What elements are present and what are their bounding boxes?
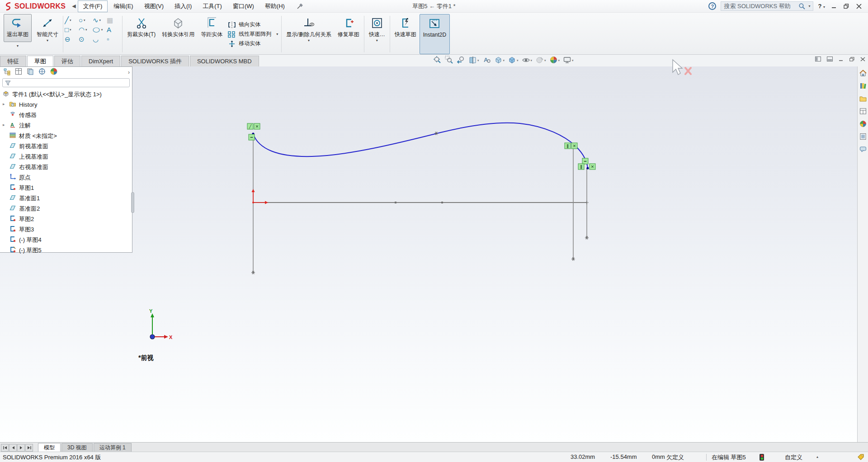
configuration-manager-tab[interactable] bbox=[26, 67, 34, 77]
ellipse-dropdown-icon[interactable]: ▾ bbox=[101, 26, 103, 33]
arc-dropdown-icon[interactable]: ▾ bbox=[85, 26, 87, 33]
pane-left-icon[interactable] bbox=[815, 57, 821, 61]
tree-item-材质未指定[interactable]: 材质 <未指定> bbox=[0, 131, 132, 141]
view-settings-button[interactable]: ▾ bbox=[562, 55, 575, 66]
menu-item-4[interactable]: 插入(I) bbox=[170, 1, 197, 12]
tree-item-原点[interactable]: 原点 bbox=[0, 172, 132, 183]
exit-sketch-dropdown-icon[interactable]: ▾ bbox=[17, 44, 19, 48]
menu-item-2[interactable]: 编辑(E) bbox=[108, 1, 138, 12]
tree-item-草图2[interactable]: 草图2 bbox=[0, 214, 132, 224]
search-scope-dropdown-icon[interactable]: ▾ bbox=[808, 4, 810, 8]
display-delete-relations-button[interactable]: 显示/删除几何关系 ▾ bbox=[283, 14, 334, 54]
tree-item-上视基准面[interactable]: 上视基准面 bbox=[0, 151, 132, 162]
display-manager-tab[interactable] bbox=[50, 67, 58, 77]
expand-arrow-icon[interactable]: ▸ bbox=[3, 123, 5, 127]
ribbon-tab-DimXpert[interactable]: DimXpert bbox=[81, 56, 120, 66]
taskpane-home-tab[interactable] bbox=[859, 69, 867, 79]
taskpane-design-library-tab[interactable] bbox=[859, 82, 867, 91]
sketch-line-button[interactable]: ╱▾ bbox=[65, 15, 79, 25]
sketch-fillet-button[interactable]: ◡ bbox=[93, 34, 107, 44]
doc-restore-button[interactable] bbox=[849, 57, 854, 61]
property-manager-tab[interactable] bbox=[14, 67, 23, 77]
spline-curve[interactable] bbox=[253, 123, 588, 168]
smart-dimension-button[interactable]: 智能尺寸 ▾ bbox=[33, 14, 61, 54]
next-tab-button[interactable] bbox=[17, 444, 25, 452]
mirror-entities-button[interactable]: 镜向实体 bbox=[227, 20, 278, 29]
tree-filter-input[interactable] bbox=[2, 78, 130, 87]
sketch-ellipse-button[interactable]: ◯▾ bbox=[93, 25, 107, 34]
pane-bottom-icon[interactable] bbox=[827, 57, 833, 61]
search-input[interactable]: 搜索 SOLIDWORKS 帮助 ▾ bbox=[721, 1, 813, 11]
repair-sketch-button[interactable]: 修复草图 bbox=[335, 14, 363, 54]
menu-item-1[interactable]: 文件(F) bbox=[78, 0, 108, 12]
panel-splitter-grip[interactable] bbox=[131, 192, 134, 213]
edit-appearance-dropdown-icon[interactable]: ▾ bbox=[544, 59, 546, 62]
tree-item--草图4[interactable]: (-) 草图4 bbox=[0, 235, 132, 245]
constraint-badges[interactable]: ╱ ✕ ━ ∥ ✕ ━ ∥ ✕ bbox=[247, 123, 595, 170]
view-orientation-button[interactable]: ▾ bbox=[493, 55, 506, 66]
sketch-point-button[interactable]: ⊙ bbox=[79, 34, 93, 44]
ribbon-tab-SOLIDWORKS MBD[interactable]: SOLIDWORKS MBD bbox=[190, 56, 259, 66]
rapid-sketch-button[interactable]: 快速草图 bbox=[392, 14, 420, 54]
hide-show-items-dropdown-icon[interactable]: ▾ bbox=[531, 59, 533, 62]
linear-pattern-button[interactable]: 线性草图阵列 ▾ bbox=[227, 29, 278, 39]
instant2d-button[interactable]: Instant2D bbox=[420, 14, 450, 54]
feature-manager-tab[interactable] bbox=[3, 67, 11, 77]
previous-view-button[interactable] bbox=[456, 55, 466, 66]
smart-dimension-dropdown-icon[interactable]: ▾ bbox=[47, 38, 48, 42]
taskpane-forum-tab[interactable] bbox=[859, 145, 867, 155]
sketch-origin[interactable] bbox=[252, 189, 269, 204]
sketch-point[interactable] bbox=[441, 202, 443, 203]
view-settings-dropdown-icon[interactable]: ▾ bbox=[572, 59, 574, 62]
move-entities-button[interactable]: 移动实体 bbox=[227, 39, 278, 48]
help-menu-button[interactable]: ? ▾ bbox=[818, 3, 825, 9]
units-dropdown-icon[interactable]: ▴ bbox=[816, 455, 818, 459]
restore-button[interactable] bbox=[844, 4, 849, 9]
tree-item-草图1[interactable]: 草图1 bbox=[0, 183, 132, 193]
sketch-spline-button[interactable]: ∿▾ bbox=[93, 15, 107, 25]
first-tab-button[interactable] bbox=[1, 444, 9, 452]
tree-item-History[interactable]: ▸History bbox=[0, 99, 132, 110]
convert-entities-button[interactable]: 转换实体引用 bbox=[159, 14, 198, 54]
sketch-arc-button[interactable]: ◠▾ bbox=[79, 25, 93, 34]
prev-tab-button[interactable] bbox=[9, 444, 17, 452]
rapid-snap-dropdown-icon[interactable]: ▾ bbox=[376, 38, 378, 42]
sketch-slot-button[interactable]: ⊖ bbox=[65, 34, 79, 44]
panel-expand-icon[interactable]: › bbox=[128, 69, 130, 75]
spline-dropdown-icon[interactable]: ▾ bbox=[99, 17, 101, 24]
spline-end-point[interactable] bbox=[586, 167, 589, 169]
apply-scene-dropdown-icon[interactable]: ▾ bbox=[558, 59, 560, 62]
pin-icon[interactable] bbox=[296, 3, 303, 10]
doc-minimize-button[interactable] bbox=[839, 57, 844, 61]
tree-root-item[interactable]: 零件1 (默认<<默认>_显示状态 1>) bbox=[0, 89, 132, 99]
ribbon-tab-SOLIDWORKS 插件[interactable]: SOLIDWORKS 插件 bbox=[121, 56, 189, 66]
zoom-to-area-button[interactable] bbox=[444, 55, 454, 66]
offset-entities-button[interactable]: 等距实体 bbox=[198, 14, 226, 54]
taskpane-view-palette-tab[interactable] bbox=[859, 107, 867, 117]
display-style-dropdown-icon[interactable]: ▾ bbox=[517, 59, 519, 62]
bottom-tab-3D 视图[interactable]: 3D 视图 bbox=[61, 443, 93, 452]
menu-item-6[interactable]: 窗口(W) bbox=[228, 1, 259, 12]
collapse-menu-icon[interactable]: ◀ bbox=[70, 3, 77, 9]
tree-item-传感器[interactable]: 传感器 bbox=[0, 110, 132, 120]
dimxpert-manager-tab[interactable] bbox=[38, 67, 46, 77]
search-icon[interactable] bbox=[798, 3, 806, 10]
last-tab-button[interactable] bbox=[25, 444, 33, 452]
line-dropdown-icon[interactable]: ▾ bbox=[70, 17, 71, 24]
display-delete-relations-dropdown-icon[interactable]: ▾ bbox=[308, 38, 310, 42]
sketch-rectangle-button[interactable]: □▾ bbox=[65, 25, 79, 34]
bottom-tab-模型[interactable]: 模型 bbox=[38, 443, 61, 452]
view-orientation-dropdown-icon[interactable]: ▾ bbox=[503, 59, 505, 62]
linear-pattern-dropdown-icon[interactable]: ▾ bbox=[276, 32, 278, 36]
tree-item-草图3[interactable]: 草图3 bbox=[0, 224, 132, 235]
sketch-text-button[interactable]: A bbox=[107, 25, 121, 34]
trim-entities-button[interactable]: 剪裁实体(T) bbox=[124, 14, 159, 54]
ribbon-tab-评估[interactable]: 评估 bbox=[54, 56, 80, 66]
menu-item-3[interactable]: 视图(V) bbox=[139, 1, 169, 12]
close-button[interactable] bbox=[856, 4, 862, 9]
zoom-to-fit-button[interactable] bbox=[432, 55, 443, 66]
sketch-circle-button[interactable]: ○▾ bbox=[79, 15, 93, 25]
rapid-snap-button[interactable]: 快速… ▾ bbox=[366, 14, 388, 54]
display-style-button[interactable]: ▾ bbox=[507, 55, 519, 66]
taskpane-file-explorer-tab[interactable] bbox=[859, 94, 867, 104]
